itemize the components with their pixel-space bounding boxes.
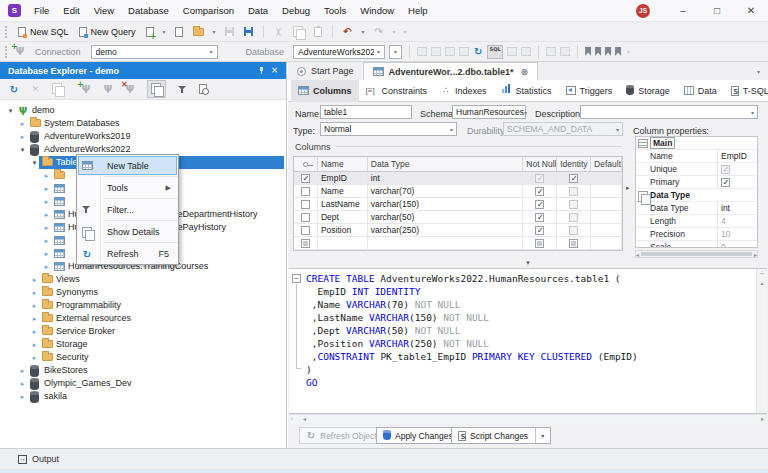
new-query-button[interactable]: New Query <box>76 25 139 39</box>
default-cell[interactable] <box>591 237 622 249</box>
tree-expand-arrow-icon[interactable]: ▸ <box>42 260 51 273</box>
property-value[interactable]: 0 <box>718 241 757 248</box>
tree-expand-arrow-icon[interactable]: ▸ <box>18 390 27 403</box>
tree-expand-arrow-icon[interactable]: ▸ <box>30 286 39 299</box>
tree-node-programmability[interactable]: ▸Programmability <box>0 299 286 312</box>
menu-database[interactable]: Database <box>121 5 176 16</box>
name-cell[interactable]: Position <box>318 224 368 236</box>
property-row-precision[interactable]: Precision10 <box>636 228 757 241</box>
tree-expand-arrow-icon[interactable]: ▾ <box>30 156 39 169</box>
tree-expand-arrow-icon[interactable]: ▸ <box>42 169 51 182</box>
maximize-button[interactable]: □ <box>700 0 734 21</box>
scroll-thumb[interactable] <box>641 252 752 256</box>
scroll-right-icon[interactable]: ▸ <box>761 415 764 423</box>
tree-node-demo[interactable]: ▾demo <box>0 104 286 117</box>
tab-close-icon[interactable]: ⊗ <box>520 67 528 77</box>
grid-row-lastname[interactable]: LastNamevarchar(150) <box>294 198 622 211</box>
key-cell[interactable] <box>294 172 318 184</box>
key-checkbox[interactable] <box>301 174 310 183</box>
pin-icon[interactable] <box>258 67 265 75</box>
toolbar-grip[interactable] <box>5 46 9 58</box>
tree-expand-arrow-icon[interactable]: ▸ <box>30 273 39 286</box>
tree-node-security[interactable]: ▸Security <box>0 351 286 364</box>
data-type-cell[interactable]: int <box>368 172 523 184</box>
tree-node-system-databases[interactable]: ▸System Databases <box>0 117 286 130</box>
property-row-unique[interactable]: Unique <box>636 163 757 176</box>
default-cell[interactable] <box>591 224 622 236</box>
sql-formatter-toggle[interactable]: SQL <box>487 45 503 59</box>
history-button[interactable] <box>199 84 207 94</box>
primary-checkbox[interactable] <box>721 178 730 187</box>
description-combo[interactable]: ▾ <box>580 105 758 119</box>
menu-comparison[interactable]: Comparison <box>176 5 241 16</box>
menu-window[interactable]: Window <box>353 5 401 16</box>
disconnect-button[interactable] <box>125 84 135 95</box>
key-checkbox[interactable] <box>301 187 310 196</box>
tree-expand-arrow-icon[interactable]: ▸ <box>42 221 51 234</box>
tab-start-page[interactable]: Start Page <box>288 62 363 80</box>
grid-props-splitter[interactable]: ▸ <box>624 124 634 254</box>
splitter-handle-icon[interactable]: ÷ <box>757 269 767 279</box>
property-value[interactable]: 10 <box>718 228 757 240</box>
indent-decrease-icon[interactable] <box>507 47 517 56</box>
new-connection-icon[interactable] <box>15 46 25 57</box>
identity-cell[interactable] <box>557 237 591 249</box>
data-type-cell[interactable] <box>368 237 523 249</box>
property-row-length[interactable]: Length4 <box>636 215 757 228</box>
not-null-cell[interactable] <box>523 172 557 184</box>
key-cell[interactable] <box>294 211 318 223</box>
key-cell[interactable] <box>294 237 318 249</box>
property-row-data-type[interactable]: Data Typeint <box>636 202 757 215</box>
unique-checkbox[interactable] <box>721 165 730 174</box>
key-cell[interactable] <box>294 198 318 210</box>
scroll-up-icon[interactable]: ▴ <box>757 279 767 287</box>
new-document-button[interactable] <box>143 25 157 39</box>
default-cell[interactable] <box>591 198 622 210</box>
not-null-cell[interactable] <box>523 185 557 197</box>
apply-changes-button[interactable]: Apply Changes <box>376 427 460 444</box>
tree-expand-arrow-icon[interactable]: ▸ <box>42 247 51 260</box>
undo-caret[interactable]: ▾ <box>360 28 367 35</box>
grid-row-new[interactable] <box>294 237 622 250</box>
data-type-cell[interactable]: varchar(250) <box>368 224 523 236</box>
data-type-cell[interactable]: varchar(150) <box>368 198 523 210</box>
property-value[interactable] <box>718 176 757 188</box>
not-null-checkbox[interactable] <box>535 174 544 183</box>
bookmark-icon[interactable] <box>585 47 591 56</box>
user-avatar[interactable]: JS <box>636 4 650 18</box>
not-null-cell[interactable] <box>523 224 557 236</box>
key-cell[interactable] <box>294 224 318 236</box>
tree-node-adventureworks2019[interactable]: ▸AdventureWorks2019 <box>0 130 286 143</box>
explorer-delete-button[interactable] <box>31 85 40 94</box>
name-cell[interactable] <box>318 237 368 249</box>
explorer-titlebar[interactable]: Database Explorer - demo <box>0 62 286 79</box>
toolbar-options-caret[interactable]: ▾ <box>402 28 409 35</box>
tree-node-views[interactable]: ▸Views <box>0 273 286 286</box>
panel-close-icon[interactable] <box>271 67 278 75</box>
bookmark-prev-icon[interactable] <box>595 47 601 56</box>
tree-expand-arrow-icon[interactable]: ▸ <box>30 312 39 325</box>
tree-expand-arrow-icon[interactable]: ▾ <box>6 104 15 117</box>
bookmark-clear-icon[interactable] <box>615 47 621 56</box>
key-checkbox[interactable] <box>301 200 310 209</box>
name-cell[interactable]: EmpID <box>318 172 368 184</box>
identity-checkbox[interactable] <box>569 226 578 235</box>
tree-node-external-resources[interactable]: ▸External resources <box>0 312 286 325</box>
context-menu-item-refresh[interactable]: RefreshF5 <box>78 244 177 263</box>
new-document-caret[interactable]: ▾ <box>161 28 168 35</box>
sql-hscrollbar[interactable]: ⁞ ◂ ▸ <box>289 414 767 423</box>
not-null-checkbox[interactable] <box>535 239 544 248</box>
refresh-object-button[interactable]: Refresh Object <box>299 427 384 444</box>
subtab-constraints[interactable]: Constraints <box>359 80 435 102</box>
connection-combo[interactable]: demo▾ <box>91 45 218 59</box>
subtab-statistics[interactable]: Statistics <box>494 80 559 102</box>
sql-preview-editor[interactable]: − CREATE TABLE AdventureWorks2022.HumanR… <box>289 268 767 414</box>
menu-file[interactable]: File <box>27 5 56 16</box>
tab-adventurewor-2-dbo-table1[interactable]: AdventureWor...2.dbo.table1*⊗ <box>363 62 538 80</box>
durability-combo[interactable]: SCHEMA_AND_DATA▾ <box>503 122 623 136</box>
property-value[interactable] <box>718 163 757 175</box>
subtab-storage[interactable]: Storage <box>619 80 677 102</box>
text-case-icon[interactable] <box>459 47 469 56</box>
toolbar-grip[interactable] <box>5 26 9 38</box>
new-connection-button[interactable] <box>81 84 91 95</box>
